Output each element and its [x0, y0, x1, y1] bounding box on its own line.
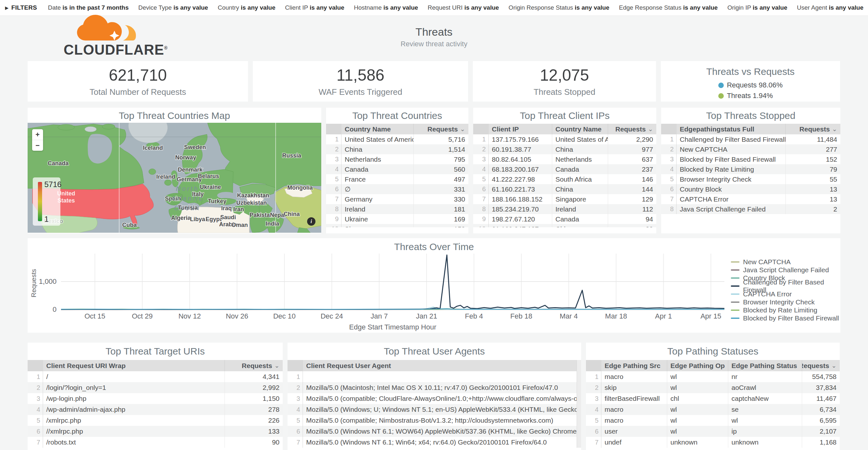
- cell-requests: 1,168: [802, 437, 840, 448]
- table-row: 260.191.38.77China977: [473, 144, 656, 154]
- column-header-country-name: Country Name: [552, 124, 608, 134]
- cell-requests: 146: [608, 174, 656, 184]
- legend-line-icon: [731, 301, 740, 303]
- cell-requests: 795: [414, 154, 468, 164]
- row-number: 2: [586, 382, 601, 393]
- x-tick-label: Jan 21: [416, 312, 437, 320]
- threats-vs-requests-title: Threats vs Requests: [661, 66, 840, 77]
- cell-requests: 37,834: [802, 382, 840, 393]
- cell-client-request-user-agent: [303, 371, 577, 382]
- map-canvas: CanadaUnitedStatesMexicoCubaIcelandIrela…: [28, 123, 321, 233]
- filter-item-origin-ip[interactable]: Origin IP is any value: [727, 4, 787, 11]
- top-threat-countries-panel: Top Threat Countries Country NameRequest…: [326, 108, 468, 233]
- cell-requests: 330: [414, 194, 468, 204]
- x-tick-label: Feb 18: [510, 312, 533, 320]
- chart-legend-item-java-script-challenge-failed[interactable]: Java Script Challenge Failed: [731, 267, 840, 273]
- x-tick-label: Dec 10: [273, 312, 296, 320]
- table-header-row: Country NameRequests⌄: [326, 124, 468, 134]
- map-label-india: India: [266, 220, 279, 227]
- cell-client-ip: 61.160.221.73: [489, 184, 552, 194]
- cell-requests: 6,734: [802, 404, 840, 415]
- stat-label: WAF Events Triggered: [319, 87, 403, 97]
- column-header-requests[interactable]: Requests⌄: [414, 124, 468, 134]
- map-label-iceland: Iceland: [143, 145, 163, 151]
- threats-over-time-panel: Threats Over Time Oct 15Oct 29Nov 12Nov …: [28, 238, 840, 333]
- filter-item-country[interactable]: Country is any value: [218, 4, 276, 11]
- map-label-mongolia: Mongolia: [287, 184, 313, 191]
- column-header-requests[interactable]: Requests⌄: [786, 124, 840, 134]
- row-number: 1: [28, 371, 43, 382]
- row-number: 9: [326, 214, 341, 224]
- panel-title: Top Threats Stopped: [661, 108, 840, 124]
- threats-over-time-chart[interactable]: Oct 15Oct 29Nov 12Nov 26Dec 10Dec 24Jan …: [28, 238, 840, 333]
- chart-legend-item-browser-integrity-check[interactable]: Browser Integrity Check: [731, 299, 840, 305]
- table-row: 1137.175.79.166United States of America2…: [473, 134, 656, 144]
- table-row: 1: [287, 371, 577, 382]
- chart-legend-item-challenged-by-filter-based-firewall[interactable]: Challenged by Filter Based Firewall: [731, 283, 840, 289]
- row-number: 7: [326, 194, 341, 204]
- legend-line-icon: [731, 286, 740, 287]
- filter-op: is any value: [241, 4, 276, 11]
- table-row: 3Netherlands795: [326, 154, 468, 164]
- chart-legend-item-captcha-error[interactable]: CAPTCHA Error: [731, 291, 840, 297]
- filter-item-edge-response-status[interactable]: Edge Response Status is any value: [619, 4, 718, 11]
- filter-item-hostname[interactable]: Hostname is any value: [354, 4, 418, 11]
- table-row: 5/xmlrpc.php226: [28, 415, 283, 426]
- column-header-client-request-uri-wrap: Client Request URI Wrap: [43, 360, 225, 371]
- column-header-edge-pathing-op: Edge Pathing Op: [667, 360, 728, 371]
- table-row: 4Blocked by Rate Limiting79: [661, 164, 840, 174]
- map-zoom-in-button[interactable]: +: [32, 129, 43, 140]
- table-header-row: Edge Pathing SrcEdge Pathing OpEdge Path…: [586, 360, 840, 371]
- row-number: 8: [661, 204, 677, 214]
- table-row: 8185.234.219.70Ireland112: [473, 204, 656, 214]
- table-row: 7CAPTCHA Error13: [661, 194, 840, 204]
- x-tick-label: Apr 1: [655, 312, 672, 320]
- cell-requests: 2,992: [225, 382, 283, 393]
- row-number: 7: [661, 194, 677, 204]
- column-header-requests[interactable]: Requests⌄: [802, 360, 840, 371]
- table-row: 661.160.221.73China144: [473, 184, 656, 194]
- column-header-requests[interactable]: Requests⌄: [608, 124, 656, 134]
- filter-op: is any value: [310, 4, 344, 11]
- map-info-button[interactable]: i: [307, 217, 315, 226]
- cell-edge-pathing-status: nr: [728, 371, 802, 382]
- top-threat-countries-table: Country NameRequests⌄1United States of A…: [326, 124, 468, 227]
- column-header-requests[interactable]: Requests⌄: [225, 360, 283, 371]
- cell-edge-pathing-op: wl: [667, 382, 728, 393]
- row-number: 7: [586, 437, 601, 448]
- cell-country-name: France: [341, 174, 414, 184]
- row-number: 4: [473, 164, 489, 174]
- world-map[interactable]: CanadaUnitedStatesMexicoCubaIcelandIrela…: [28, 123, 321, 233]
- chart-legend-item-blocked-by-filter-based-firewall[interactable]: Blocked by Filter Based Firewall: [731, 315, 840, 322]
- cell-edgepathingstatus-full: New CAPTCHA: [677, 144, 786, 154]
- table-row: 7/robots.txt90: [28, 437, 283, 448]
- filter-item-device-type[interactable]: Device Type is any value: [138, 4, 208, 11]
- chart-legend-item-blocked-by-rate-limiting[interactable]: Blocked by Rate Limiting: [731, 307, 840, 313]
- y-axis-title: Requests: [30, 269, 37, 298]
- x-tick-label: Nov 26: [226, 312, 248, 320]
- x-axis-title: Edge Start Timestamp Hour: [349, 323, 436, 331]
- filter-item-request-uri[interactable]: Request URI is any value: [428, 4, 499, 11]
- cell-country-name: Canada: [341, 164, 414, 174]
- map-zoom-controls: + −: [32, 129, 43, 151]
- cell-edge-pathing-src: skip: [601, 382, 667, 393]
- filters-toggle[interactable]: ▶ FILTERS: [5, 4, 37, 11]
- user-agents-scrollbar[interactable]: [577, 360, 581, 448]
- filter-item-date[interactable]: Date is in the past 7 months: [48, 4, 128, 11]
- row-number-header: [326, 124, 341, 134]
- cell-client-request-user-agent: Mozilla/5.0 (Windows NT 6.1; Win64; x64;…: [303, 437, 577, 448]
- cell-requests: 88: [608, 224, 656, 227]
- table-row: 7Mozilla/5.0 (Windows NT 6.1; Win64; x64…: [287, 437, 577, 448]
- sort-desc-icon: ⌄: [831, 362, 837, 369]
- filter-item-origin-response-status[interactable]: Origin Response Status is any value: [508, 4, 610, 11]
- filter-item-client-ip[interactable]: Client IP is any value: [285, 4, 344, 11]
- cell-edgepathingstatus-full: Country Block: [677, 184, 786, 194]
- cell-requests: 158: [414, 224, 468, 227]
- column-header-country-name: Country Name: [341, 124, 414, 134]
- chart-legend-item-new-captcha[interactable]: New CAPTCHA: [731, 259, 840, 265]
- cell-requests: 331: [414, 184, 468, 194]
- table-row: 6∅331: [326, 184, 468, 194]
- filter-item-user-agent[interactable]: User Agent is any value: [797, 4, 864, 11]
- row-number-header: [473, 124, 489, 134]
- map-zoom-out-button[interactable]: −: [32, 140, 43, 151]
